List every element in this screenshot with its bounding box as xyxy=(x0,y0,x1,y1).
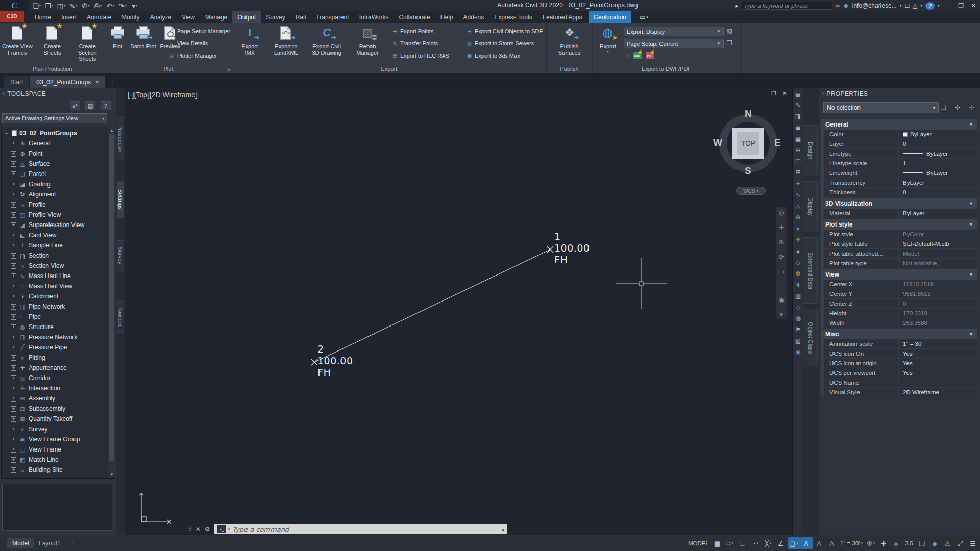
annotation-monitor-icon[interactable]: ✚▾ xyxy=(877,537,890,549)
export-sdf-button[interactable]: ➜ Export Civil Objects to SDF xyxy=(466,25,543,37)
units-icon[interactable]: ◈▾ xyxy=(890,537,902,549)
model-tab[interactable]: Model xyxy=(7,538,34,548)
command-drag-grip-icon[interactable]: ⠿ xyxy=(188,525,192,533)
palette-tool-icon[interactable]: △ xyxy=(796,203,800,210)
tab-featured-apps[interactable]: Featured Apps xyxy=(537,11,587,23)
export-dwf-button[interactable]: ◍➤ Export ▾ xyxy=(598,24,618,55)
a360-dropdown-icon[interactable]: ▾ xyxy=(920,4,922,8)
expand-icon[interactable]: + xyxy=(11,335,16,340)
chevron-down-icon[interactable]: ▾ xyxy=(228,527,230,531)
pan-icon[interactable]: ✛ xyxy=(779,223,785,231)
expand-icon[interactable]: + xyxy=(11,161,16,167)
annotation-visibility-icon[interactable]: Λ▾ xyxy=(800,537,813,549)
tab-add-ins[interactable]: Add-ins xyxy=(458,11,489,23)
toolspace-header[interactable]: ⠿TOOLSPACE xyxy=(0,88,116,100)
wcs-dropdown[interactable]: WCS▾ xyxy=(736,187,766,195)
viewcube[interactable]: TOP N S W E xyxy=(715,110,781,177)
tree-item[interactable]: + ❏ Parcel xyxy=(11,169,46,179)
new-layout-button[interactable]: + xyxy=(65,538,79,548)
polar-tracking-icon[interactable]: ◔▾ xyxy=(749,537,762,549)
property-row[interactable]: Plot table attached... Model xyxy=(824,249,977,259)
drag-grip-icon[interactable]: ⠿ xyxy=(821,91,824,97)
create-section-sheets-button[interactable]: ★ Create Section Sheets xyxy=(70,24,105,63)
hardware-accel-warning-icon[interactable]: ⚠▾ xyxy=(941,537,953,549)
scroll-down-icon[interactable]: ▼ xyxy=(108,471,115,478)
expand-icon[interactable]: + xyxy=(11,437,16,442)
expand-icon[interactable]: + xyxy=(11,233,16,238)
quick-select-icon[interactable]: ⊹ xyxy=(967,102,977,112)
expand-icon[interactable]: + xyxy=(11,273,16,279)
export-what-dropdown[interactable]: Export: Display▼ xyxy=(624,27,724,36)
tree-item[interactable]: + △ Surface xyxy=(11,159,50,169)
property-row[interactable]: Height 170.3318 xyxy=(824,309,977,318)
palette-tab-design[interactable]: Design xyxy=(803,125,818,176)
export-pdf-icon[interactable]: PDF⚡ xyxy=(646,52,654,59)
tree-item[interactable]: + ∥ Rail xyxy=(11,475,39,479)
toolspace-view-selector[interactable]: Active Drawing Settings View▾ xyxy=(2,113,107,123)
tree-item[interactable]: + ◢ Superelevation View xyxy=(11,220,84,230)
publish-surfaces-button[interactable]: ❖➜ Publish Surfaces xyxy=(550,24,590,57)
toolspace-panel-icon[interactable]: ▤ xyxy=(85,101,95,110)
command-close-icon[interactable]: ✕ xyxy=(195,525,201,533)
expand-icon[interactable]: + xyxy=(11,314,16,320)
expand-icon[interactable]: + xyxy=(11,416,16,422)
grid-icon[interactable]: ▦▾ xyxy=(711,537,723,549)
property-row[interactable]: Thickness 0 xyxy=(824,188,977,197)
expand-icon[interactable]: + xyxy=(11,324,16,330)
app-store-cart-icon[interactable]: ⊟ xyxy=(904,2,910,9)
showmotion-icon[interactable]: ▭ xyxy=(778,268,785,276)
section-header-misc[interactable]: Misc▼ xyxy=(821,329,977,339)
command-history-icon[interactable]: ▴ xyxy=(502,527,504,532)
tree-item[interactable]: + ⊂ Pipe xyxy=(11,312,41,322)
transfer-points-button[interactable]: ⇅ Transfer Points xyxy=(391,37,449,49)
palette-tool-icon[interactable]: ▲ xyxy=(795,248,801,255)
tree-item[interactable]: + ⋎ Fitting xyxy=(11,353,45,363)
tab-modify[interactable]: Modify xyxy=(116,11,144,23)
command-input[interactable]: Type a command xyxy=(232,525,499,533)
export-hec-ras-button[interactable]: ▤ Export to HEC RAS xyxy=(391,49,449,62)
clean-screen-icon[interactable]: ⤢▾ xyxy=(954,537,966,549)
toolspace-tab-settings[interactable]: Settings xyxy=(117,181,124,218)
annotation-scale-icon[interactable]: Λ▾ xyxy=(826,537,838,549)
property-row[interactable]: Center X 11810.2519 xyxy=(824,280,977,289)
palette-tool-icon[interactable]: ⌖ xyxy=(796,226,800,232)
tree-item[interactable]: + ◍ Structure xyxy=(11,322,54,332)
section-header-view[interactable]: View▼ xyxy=(821,269,977,280)
palette-tab-display[interactable]: Display xyxy=(803,181,818,232)
palette-tool-icon[interactable]: ▧ xyxy=(795,338,801,344)
nav-extra-icon[interactable]: ◉ xyxy=(778,296,784,304)
expand-icon[interactable]: + xyxy=(11,427,16,432)
tree-item[interactable]: + ◪ Grading xyxy=(11,179,51,189)
property-row[interactable]: Center Z 0 xyxy=(824,299,977,309)
toolspace-views-icon[interactable]: ⇄ xyxy=(70,101,80,110)
batch-plot-button[interactable]: ➜ Batch Plot xyxy=(129,24,157,51)
snap-icon[interactable]: ∷▾ xyxy=(724,537,736,549)
select-objects-icon[interactable]: ⊹ xyxy=(952,102,963,112)
model-space-toggle[interactable]: MODEL▾ xyxy=(687,537,710,549)
toolspace-help-icon[interactable]: ? xyxy=(101,101,111,110)
plot-dialog-launcher-icon[interactable]: ⇘ xyxy=(226,67,230,72)
palette-tab-extended-data[interactable]: Extended Data xyxy=(803,237,818,304)
palette-tool-icon[interactable]: ⊞ xyxy=(795,169,800,176)
page-setup-manager-button[interactable]: ⎙ Page Setup Manager xyxy=(168,25,230,37)
tab-geolocation[interactable]: Geolocation xyxy=(589,11,631,23)
tree-item[interactable]: + ✛ Intersection xyxy=(11,383,60,393)
toolspace-tab-toolbox[interactable]: Toolbox xyxy=(117,301,124,333)
tab-view[interactable]: View xyxy=(177,11,200,23)
account-name[interactable]: info@charlese... xyxy=(852,2,897,9)
palette-tool-icon[interactable]: ✚ xyxy=(795,237,800,243)
new-drawing-tab-button[interactable]: + xyxy=(106,76,117,88)
export-points-button[interactable]: ✛ Export Points xyxy=(391,25,449,37)
expand-icon[interactable]: + xyxy=(11,212,16,218)
expand-icon[interactable]: + xyxy=(11,396,16,402)
viewcube-west[interactable]: W xyxy=(713,137,722,148)
account-dropdown-icon[interactable]: ▾ xyxy=(900,4,902,8)
tree-item[interactable]: + ∏ Pipe Network xyxy=(11,302,65,312)
expand-icon[interactable]: + xyxy=(11,253,16,259)
property-row[interactable]: Linetype ByLayer xyxy=(824,149,977,159)
scroll-thumb[interactable] xyxy=(109,134,114,461)
drag-grip-icon[interactable]: ⠿ xyxy=(2,91,5,97)
property-row[interactable]: Width 253.3588 xyxy=(824,318,977,328)
create-sheets-button[interactable]: ★ Create Sheets xyxy=(35,24,69,63)
expand-icon[interactable]: + xyxy=(11,447,16,453)
